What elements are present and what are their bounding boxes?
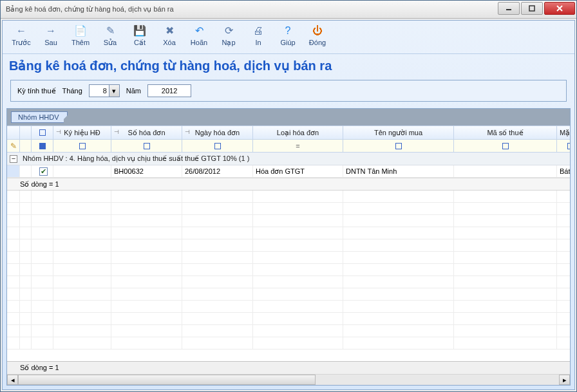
header-ten-nguoi-mua[interactable]: Tên người mua — [343, 126, 454, 139]
window-buttons — [498, 1, 576, 18]
groupby-bar[interactable]: Nhóm HHDV — [7, 109, 570, 126]
toolbar-label: Sau — [44, 39, 57, 46]
grand-total-row: Số dòng = 1 — [7, 361, 570, 374]
header-ma-so-thue[interactable]: Mã số thuế — [454, 126, 557, 139]
row-checkbox — [32, 203, 53, 214]
window-title: Bảng kê hoá đơn, chứng từ hàng hoá, dịch… — [1, 5, 498, 14]
cell — [53, 215, 111, 227]
filter-toggle-icon[interactable] — [395, 143, 402, 149]
filter-toggle-icon[interactable] — [214, 143, 221, 149]
cell — [454, 191, 557, 202]
collapse-icon[interactable]: − — [10, 155, 17, 163]
filter-mh[interactable] — [557, 140, 571, 152]
groupby-pill[interactable]: Nhóm HHDV — [11, 111, 68, 123]
table-row-empty — [7, 325, 570, 337]
header-so-hoa-don[interactable]: ⊣Số hóa đơn — [111, 126, 182, 139]
month-combo[interactable]: ▾ — [89, 84, 120, 97]
scroll-track[interactable] — [18, 375, 559, 385]
header-loai-hoa-don[interactable]: Loại hóa đơn — [253, 126, 343, 139]
row-checkbox — [32, 288, 53, 300]
load-button[interactable]: ⟳Nạp — [214, 23, 243, 48]
scroll-thumb[interactable] — [18, 375, 316, 385]
cell — [253, 337, 343, 349]
print-button[interactable]: 🖨In — [243, 23, 273, 48]
cell — [343, 191, 454, 202]
filter-loai-eq[interactable]: = — [253, 140, 343, 152]
table-row-empty — [7, 301, 570, 313]
cell — [557, 215, 570, 227]
cell-ngay-hoa-don[interactable]: 26/08/2012 — [182, 165, 253, 177]
cell — [557, 313, 570, 324]
cell — [454, 203, 557, 214]
row-indicator — [7, 215, 20, 227]
filter-ky-hieu[interactable] — [53, 140, 111, 152]
next-button[interactable]: →Sau — [36, 23, 66, 48]
cell-ma-so-thue[interactable] — [454, 165, 557, 177]
cell — [53, 191, 111, 202]
toolbar: ←Trước→Sau📄Thêm✎Sửa💾Cất✖Xóa↶Hoãn⟳Nạp🖨In?… — [3, 21, 574, 54]
filter-so-hoa-don[interactable] — [111, 140, 182, 152]
filter-checkbox[interactable] — [32, 140, 53, 152]
year-input[interactable] — [147, 84, 191, 97]
cell-mat-hang[interactable]: Bát liên h — [557, 165, 570, 177]
row-checkbox — [32, 215, 53, 227]
header-mat-hang[interactable]: Mặ — [557, 126, 571, 139]
cell-ky-hieu[interactable] — [53, 165, 111, 177]
filter-toggle-icon[interactable] — [79, 143, 86, 149]
horizontal-scrollbar[interactable]: ◂ ▸ — [7, 374, 570, 385]
cell-loai-hoa-don[interactable]: Hóa đơn GTGT — [253, 165, 343, 177]
cell-ten-nguoi-mua[interactable]: DNTN Tân Minh — [343, 165, 454, 177]
row-expand — [20, 203, 32, 214]
table-row[interactable]: ✔BH0063226/08/2012Hóa đơn GTGTDNTN Tân M… — [7, 165, 570, 178]
filter-mst[interactable] — [454, 140, 557, 152]
close-button[interactable]: ⏻Đóng — [303, 23, 332, 48]
scroll-right-button[interactable]: ▸ — [559, 375, 570, 385]
filter-ten-mua[interactable] — [343, 140, 454, 152]
close-button[interactable] — [544, 2, 575, 15]
cell — [343, 227, 454, 239]
delete-button[interactable]: ✖Xóa — [155, 23, 184, 48]
back-button[interactable]: ←Trước — [6, 23, 36, 48]
checkbox-icon[interactable] — [39, 129, 46, 136]
filter-toggle-icon[interactable] — [567, 143, 571, 149]
cell-so-hoa-don[interactable]: BH00632 — [111, 165, 182, 177]
filter-ngay-hoa-don[interactable] — [182, 140, 253, 152]
add-button[interactable]: 📄Thêm — [66, 23, 95, 48]
row-expand — [20, 227, 32, 239]
print-icon: 🖨 — [252, 24, 265, 37]
header-ky-hieu[interactable]: ⊣Ký hiệu HĐ — [53, 126, 111, 139]
checkbox-icon[interactable] — [39, 143, 46, 149]
chevron-down-icon[interactable]: ▾ — [109, 85, 119, 97]
filter-panel: Kỳ tính thuế Tháng ▾ Năm — [10, 80, 567, 102]
cell — [182, 313, 253, 324]
undo-button[interactable]: ↶Hoãn — [184, 23, 214, 48]
cell — [53, 264, 111, 275]
month-input[interactable] — [90, 85, 109, 97]
row-expand — [20, 264, 32, 275]
help-button[interactable]: ?Giúp — [273, 23, 303, 48]
header-ngay-hoa-don[interactable]: ⊣Ngày hóa đơn — [182, 126, 253, 139]
table-row-empty — [7, 288, 570, 301]
row-indicator — [7, 288, 20, 300]
header-checkbox[interactable] — [32, 126, 53, 139]
minimize-button[interactable] — [498, 2, 520, 15]
group-header-row[interactable]: − Nhóm HHDV : 4. Hàng hóa, dịch vụ chịu … — [7, 153, 570, 165]
cell — [454, 239, 557, 251]
cell — [182, 191, 253, 202]
edit-button[interactable]: ✎Sửa — [95, 23, 125, 48]
row-checkbox[interactable]: ✔ — [32, 165, 53, 177]
maximize-button[interactable] — [521, 2, 543, 15]
cell — [111, 325, 182, 337]
period-label: Kỳ tính thuế — [17, 87, 56, 95]
save-button[interactable]: 💾Cất — [125, 23, 155, 48]
cell — [343, 337, 454, 349]
cell — [182, 301, 253, 312]
filter-toggle-icon[interactable] — [502, 143, 509, 149]
toolbar-label: Sửa — [104, 39, 117, 47]
checkbox-icon[interactable]: ✔ — [39, 167, 48, 176]
cell — [557, 252, 570, 263]
row-expand — [20, 165, 32, 177]
row-expand — [20, 276, 32, 288]
scroll-left-button[interactable]: ◂ — [7, 375, 18, 385]
filter-toggle-icon[interactable] — [144, 143, 150, 149]
